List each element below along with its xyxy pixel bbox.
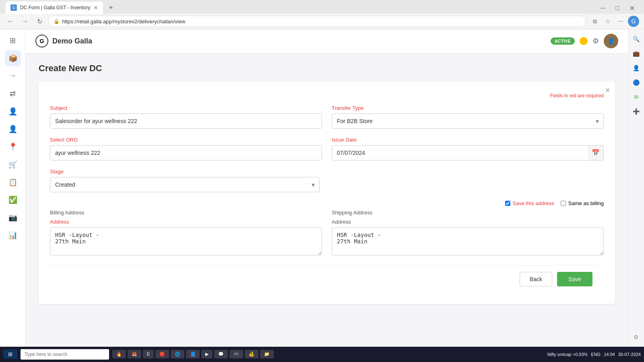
back-nav-btn[interactable]: ← xyxy=(5,16,16,27)
calendar-icon[interactable]: 📅 xyxy=(588,145,604,160)
sidebar-dashboard-icon[interactable]: ⊞ xyxy=(5,33,21,49)
transfer-type-select[interactable]: For B2B Store For B2C Store Internal Tra… xyxy=(332,113,604,129)
toolbar-icons: ⧉ ☆ ⋯ G xyxy=(589,16,639,27)
sidebar-analytics-icon[interactable]: 📊 xyxy=(5,227,21,243)
taskbar-item-10[interactable]: 💰 xyxy=(245,350,258,358)
taskbar-item-11[interactable]: 📁 xyxy=(260,350,274,358)
active-badge: ACTIVE xyxy=(551,37,575,45)
sidebar-report-icon[interactable]: 📋 xyxy=(5,174,21,190)
same-as-billing-label[interactable]: Same as billing xyxy=(561,200,604,206)
profile-icon[interactable]: G xyxy=(628,16,639,27)
brand-name: Demo Galla xyxy=(52,37,92,45)
transfer-type-label: Transfer Type xyxy=(332,105,604,111)
page-content: Create New DC ✕ Fields in red are requir… xyxy=(26,53,628,347)
page-title: Create New DC xyxy=(39,63,615,74)
transfer-type-col: Transfer Type For B2B Store For B2C Stor… xyxy=(332,105,604,129)
app-container: ⊞ 📦 → ⇄ 👤 👤 📍 🛒 📋 ✅ 📷 📊 G Demo Galla xyxy=(0,29,644,347)
form-row-3: Stage Created Confirmed Delivered Cancel… xyxy=(50,169,604,192)
taskbar-item-4[interactable]: 🔴 xyxy=(155,350,169,358)
rs-add-icon[interactable]: ➕ xyxy=(630,105,643,118)
shipping-address-label: Address xyxy=(332,219,604,225)
shipping-address-section-label: Shipping Address xyxy=(332,210,604,216)
taskbar-item-2[interactable]: 🦊 xyxy=(128,350,141,358)
extensions-icon[interactable]: ⧉ xyxy=(589,16,601,27)
active-tab[interactable]: G DC Form | Galla GST - Inventory ✕ xyxy=(6,2,103,14)
settings-gear-icon[interactable]: ⚙ xyxy=(592,37,599,45)
window-close-btn[interactable]: ✕ xyxy=(626,2,638,14)
taskbar-right: Nifty smlcap +0.93% ENG 14:04 30-07-2024 xyxy=(547,352,641,357)
taskbar-item-8[interactable]: 💬 xyxy=(214,350,228,358)
save-address-label[interactable]: Save this address xyxy=(505,200,554,206)
rs-search-icon[interactable]: 🔍 xyxy=(630,33,643,45)
save-button[interactable]: Save xyxy=(557,272,592,286)
window-maximize-btn[interactable]: □ xyxy=(612,2,623,14)
address-options: Save this address Same as billing xyxy=(50,200,604,206)
taskbar-item-5[interactable]: 🌐 xyxy=(171,350,184,358)
sidebar-tasks-icon[interactable]: ✅ xyxy=(5,192,21,208)
issue-date-input[interactable] xyxy=(332,145,604,160)
sidebar-cart-icon[interactable]: 🛒 xyxy=(5,156,21,173)
taskbar-item-3[interactable]: E xyxy=(143,350,154,358)
org-input[interactable] xyxy=(50,145,322,160)
lock-icon: 🔒 xyxy=(54,19,60,24)
taskbar-search-input[interactable] xyxy=(21,349,109,360)
star-icon[interactable]: ☆ xyxy=(602,16,613,27)
forward-nav-btn[interactable]: → xyxy=(19,16,31,27)
rs-settings-icon[interactable]: ⚙ xyxy=(630,331,643,343)
sidebar-transfer-icon[interactable]: → xyxy=(5,68,21,84)
subject-label: Subject xyxy=(50,105,322,111)
settings-icon[interactable]: ⋯ xyxy=(615,16,626,27)
taskbar: ⊞ 🔥 🦊 E 🔴 🌐 📘 ▶ 💬 🎮 💰 📁 Nifty smlcap +0.… xyxy=(0,347,644,362)
org-col: Select ORG xyxy=(50,137,322,160)
nifty-text: Nifty smlcap +0.93% xyxy=(547,352,588,357)
window-minimize-btn[interactable]: ─ xyxy=(597,2,609,14)
brand-logo-text: G xyxy=(40,38,44,44)
subject-col: Subject xyxy=(50,105,322,129)
tab-title: DC Form | Galla GST - Inventory xyxy=(20,5,90,10)
sidebar-sync-icon[interactable]: ⇄ xyxy=(5,86,21,102)
taskbar-item-6[interactable]: 📘 xyxy=(186,350,200,358)
required-note: Fields in red are required xyxy=(50,93,604,99)
taskbar-item-7[interactable]: ▶ xyxy=(201,350,213,358)
taskbar-lang: ENG xyxy=(591,352,601,357)
subject-input[interactable] xyxy=(50,113,322,129)
sidebar-profile-icon[interactable]: 👤 xyxy=(5,121,21,137)
taskbar-item-1[interactable]: 🔥 xyxy=(112,350,126,358)
url-text: https://retail.galla.app/mystorev2/deliv… xyxy=(62,19,185,25)
org-label: Select ORG xyxy=(50,137,322,143)
notification-dot[interactable] xyxy=(580,37,588,45)
sidebar-location-icon[interactable]: 📍 xyxy=(5,139,21,155)
tab-close-btn[interactable]: ✕ xyxy=(93,4,98,11)
shipping-address-col: Shipping Address Address HSR -Layout - 2… xyxy=(332,210,604,257)
sidebar-inventory-icon[interactable]: 📦 xyxy=(5,50,21,66)
save-address-checkbox[interactable] xyxy=(505,201,510,206)
date-wrapper: 📅 xyxy=(332,145,604,160)
start-button[interactable]: ⊞ xyxy=(3,350,17,359)
sidebar-camera-icon[interactable]: 📷 xyxy=(5,210,21,226)
brand-logo: G xyxy=(35,35,48,47)
address-bar[interactable]: 🔒 https://retail.galla.app/mystorev2/del… xyxy=(48,16,586,27)
stage-select[interactable]: Created Confirmed Delivered Cancelled xyxy=(50,177,320,192)
taskbar-item-9[interactable]: 🎮 xyxy=(229,350,243,358)
shipping-address-input[interactable]: HSR -Layout - 27th Main xyxy=(332,227,604,255)
browser-toolbar: ← → ↻ 🔒 https://retail.galla.app/mystore… xyxy=(0,14,644,29)
sidebar-user-icon[interactable]: 👤 xyxy=(5,103,21,119)
user-avatar[interactable]: 👤 xyxy=(604,34,618,48)
reload-btn[interactable]: ↻ xyxy=(34,16,45,27)
rs-briefcase-icon[interactable]: 💼 xyxy=(630,47,643,60)
rs-circle-icon[interactable]: 🔵 xyxy=(630,76,643,89)
same-as-billing-checkbox[interactable] xyxy=(561,201,566,206)
stage-wrapper: Created Confirmed Delivered Cancelled ▾ xyxy=(50,177,320,192)
rs-mail-icon[interactable]: ✉ xyxy=(630,90,643,103)
form-close-btn[interactable]: ✕ xyxy=(605,86,610,94)
start-icon: ⊞ xyxy=(8,351,12,357)
same-as-billing-text: Same as billing xyxy=(568,200,604,206)
new-tab-btn[interactable]: + xyxy=(105,2,116,14)
action-bar: Back Save xyxy=(50,265,604,293)
back-button[interactable]: Back xyxy=(520,272,552,286)
form-row-1: Subject Transfer Type For B2B Store For … xyxy=(50,105,604,129)
billing-address-input[interactable]: HSR -Layout - 27th Main xyxy=(50,227,322,255)
billing-address-label: Address xyxy=(50,219,322,225)
tab-favicon: G xyxy=(10,4,17,11)
rs-person-icon[interactable]: 👤 xyxy=(630,62,643,74)
